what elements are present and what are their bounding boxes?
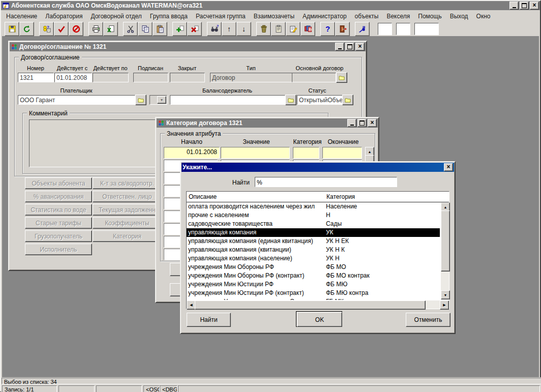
list-vertical-scrollbar[interactable]: ▲ ▼ [441,202,449,299]
responsible-button[interactable]: Ответствен. лицо [93,191,162,202]
payer-field[interactable]: ООО Гарант [18,95,135,105]
menu-vyhod[interactable]: Выход [446,11,472,21]
contract-maximize-button[interactable] [345,43,354,51]
dictionaries-button[interactable]: Fi [300,22,315,36]
menu-obekty[interactable]: объекты [351,11,383,21]
export-excel-button[interactable] [103,22,118,36]
menu-pomosch[interactable]: Помощь [414,11,445,21]
chevron-down-icon[interactable]: ▼ [157,96,166,104]
menu-okno[interactable]: Окно [472,11,495,21]
list-horizontal-scrollbar[interactable]: ◀ ▶ [187,300,449,309]
list-item[interactable]: оплата производится населением через жил… [187,202,440,211]
excel-icon [107,25,115,33]
coef-water-button[interactable]: К-т за св/водопотр. [93,177,162,189]
delete-x-icon [191,25,199,33]
save-icon [8,25,16,33]
status-lookup-button[interactable] [342,95,353,105]
cut-button[interactable] [123,22,138,36]
list-item[interactable]: прочие с населениемН [187,211,440,220]
menu-dogovornoy-otdel[interactable]: Договорной отдел [86,11,145,21]
menu-gruppa-vvoda[interactable]: Группа ввода [146,11,192,21]
menubar: Население Лаборатория Договорной отдел Г… [2,11,539,21]
valid-to-field [93,73,129,82]
maximize-icon [359,120,365,126]
list-item-selected[interactable]: управляющая компанияУК [187,228,440,237]
save-button[interactable] [5,22,19,36]
exit-button[interactable] [335,22,350,36]
scroll-right-button[interactable]: ▶ [440,300,449,310]
comment-group-label: Комментарий [27,110,70,117]
balance-holder-field[interactable] [170,95,285,105]
advance-percent-button[interactable]: % авансирования [25,191,92,202]
scroll-down-button[interactable]: ▼ [441,290,450,299]
dialog-cancel-button[interactable]: Отменить [406,313,450,327]
list-item[interactable]: учреждения Мин Юстиции РФФБ МЮ [187,280,440,289]
list-item[interactable]: управляющая компания (население)УК Н [187,254,440,263]
grid-cell-value[interactable] [221,147,290,159]
objects-button[interactable]: Объекты абонента [25,177,92,189]
executor-button[interactable]: Исполнитель [25,244,92,255]
insert-record-button[interactable] [172,22,187,36]
balance-holder-lookup-button[interactable] [285,95,296,105]
dialog-find-button[interactable]: Найти [187,313,231,327]
dialog-close-button[interactable]: × [444,163,453,171]
delete-record-button[interactable] [187,22,202,36]
scrollbar-thumb[interactable] [441,210,450,272]
help-button[interactable]: ? [320,22,335,36]
list-item[interactable]: учреждения Управления культуры г.ОмскаГБ… [187,297,440,300]
list-item[interactable]: учреждения Мин Юстиции РФ (контракт)ФБ М… [187,289,440,297]
menu-administrator[interactable]: Администратор [298,11,351,21]
list-item[interactable]: учреждения Мин Обороны РФ (контракт)ФБ М… [187,272,440,280]
list-item[interactable]: управляющая компания (квитанции)УК Н К [187,246,440,254]
find-button[interactable]: ? [207,22,222,36]
main-contract-lookup-button[interactable] [336,72,347,83]
grid-cell-category[interactable] [293,147,319,159]
print-button[interactable] [88,22,103,36]
list-item[interactable]: управляющая компания (единая квитанция)У… [187,237,440,246]
minimize-button[interactable] [509,2,519,10]
scrollbar-thumb[interactable] [195,300,426,310]
connect-button[interactable] [355,22,370,36]
block-button[interactable] [69,22,83,36]
contract-close-button[interactable]: × [355,43,365,51]
list-item[interactable]: учреждения Мин Обороны РФФБ МО [187,263,440,272]
menu-raschetnaya-gruppa[interactable]: Расчетная группа [192,11,250,21]
coefficients-button[interactable]: Коэффициенты [93,217,162,229]
category-minimize-button[interactable] [347,119,356,127]
paste-button[interactable] [153,22,167,36]
payer-lookup-button[interactable] [135,95,146,105]
status-field[interactable]: ОткрытыйОбъект [297,95,343,105]
prev-record-button[interactable]: ↑ [222,22,236,36]
category-maximize-button[interactable] [357,119,367,127]
find-input[interactable] [255,177,397,187]
menu-vekselya[interactable]: Векселя [382,11,414,21]
category-button[interactable]: Категория [93,230,162,242]
water-stats-button[interactable]: Статистика по воде [25,204,92,216]
menu-laboratoriya[interactable]: Лаборатория [41,11,86,21]
refresh-button[interactable] [19,22,34,36]
valid-from-field[interactable]: 01.01.2008 [54,73,92,82]
edit-note-button[interactable] [286,22,300,36]
grid-cell-end[interactable] [322,147,362,159]
consignee-button[interactable]: Грузополучатель [25,230,92,242]
current-debt-button[interactable]: Текущая задолженн [93,204,162,216]
old-tariffs-button[interactable]: Старые тарифы [25,217,92,229]
menu-vzaimozachety[interactable]: Взаимозачеты [250,11,298,21]
category-close-button[interactable]: × [368,119,377,127]
clipboard-button[interactable] [271,22,286,36]
commit-button[interactable] [54,22,69,36]
query-button[interactable]: ? [39,22,54,36]
maximize-button[interactable] [520,2,529,10]
contract-minimize-button[interactable] [335,43,344,51]
valid-from-label: Действует с [51,65,94,71]
close-button[interactable]: × [530,2,539,10]
menu-naselenie[interactable]: Население [2,11,41,21]
grid-cell-start[interactable]: 01.01.2008 [164,147,220,159]
list-item[interactable]: садоводческие товариществаСады [187,220,440,228]
copy-button[interactable] [138,22,153,36]
next-record-button[interactable]: ↓ [236,22,251,36]
number-field[interactable]: 1321 [18,73,54,82]
clear-button[interactable] [256,22,271,36]
col-value-header: Значение [221,138,292,145]
dialog-ok-button[interactable]: OK [297,312,342,327]
